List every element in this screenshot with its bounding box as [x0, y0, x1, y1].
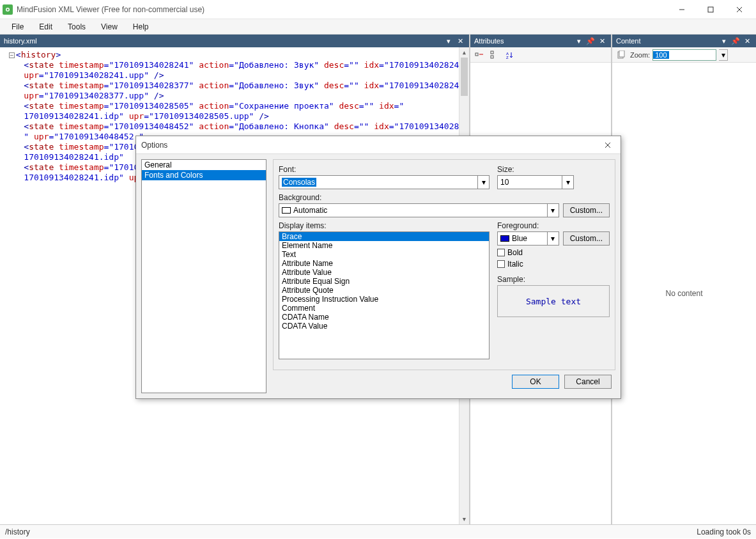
- svg-rect-6: [475, 53, 478, 56]
- sample-preview: Sample text: [497, 285, 610, 317]
- options-category-list[interactable]: General Fonts and Colors: [141, 159, 266, 393]
- copy-icon[interactable]: [615, 49, 628, 61]
- menu-edit[interactable]: Edit: [33, 20, 59, 33]
- menu-tools[interactable]: Tools: [61, 20, 92, 33]
- menu-help[interactable]: Help: [127, 20, 155, 33]
- attributes-toolbar: AZ: [470, 47, 611, 63]
- svg-rect-3: [708, 7, 713, 12]
- document-tab-header: history.xml ▾ ✕: [0, 35, 469, 47]
- display-item[interactable]: Attribute Name: [279, 259, 489, 268]
- svg-rect-8: [491, 51, 493, 54]
- maximize-button[interactable]: [696, 0, 725, 19]
- document-tab-title[interactable]: history.xml: [4, 37, 37, 45]
- dialog-title: Options: [141, 141, 600, 150]
- display-item[interactable]: Brace: [279, 232, 489, 241]
- pane-pin-icon[interactable]: 📌: [730, 36, 741, 46]
- zoom-dropdown-icon[interactable]: ▾: [719, 49, 728, 61]
- tab-dropdown-icon[interactable]: ▾: [444, 36, 454, 46]
- zoom-label: Zoom:: [630, 51, 650, 59]
- category-general[interactable]: General: [142, 160, 266, 170]
- svg-rect-13: [619, 51, 624, 57]
- content-toolbar: Zoom: 100 ▾: [612, 47, 756, 63]
- content-pane: Content ▾ 📌 ✕ Zoom: 100 ▾ No content: [612, 35, 756, 524]
- svg-point-1: [7, 8, 9, 10]
- alpha-sort-icon[interactable]: AZ: [504, 49, 516, 61]
- background-custom-button[interactable]: Custom...: [563, 203, 610, 217]
- scroll-down-icon[interactable]: ▾: [459, 514, 469, 524]
- titlebar: MindFusion XML Viewer (Free for non-comm…: [0, 0, 756, 19]
- scroll-up-icon[interactable]: ▴: [459, 47, 469, 58]
- pane-close-icon[interactable]: ✕: [742, 36, 752, 46]
- menu-view[interactable]: View: [95, 20, 124, 33]
- categorize-icon[interactable]: [473, 49, 486, 61]
- content-title: Content: [616, 37, 641, 45]
- svg-rect-9: [491, 56, 493, 58]
- no-content-label: No content: [665, 289, 702, 298]
- svg-text:Z: Z: [506, 56, 509, 59]
- attributes-title: Attributes: [474, 37, 504, 45]
- display-item[interactable]: Element Name: [279, 241, 489, 250]
- pane-dropdown-icon[interactable]: ▾: [719, 36, 729, 46]
- background-swatch: [282, 207, 291, 214]
- chevron-down-icon[interactable]: ▾: [562, 176, 573, 189]
- sort-icon[interactable]: [488, 49, 501, 61]
- size-label: Size:: [497, 165, 610, 174]
- chevron-down-icon[interactable]: ▾: [547, 204, 559, 217]
- checkbox-icon: [497, 249, 505, 256]
- dialog-titlebar[interactable]: Options: [136, 136, 621, 154]
- display-item[interactable]: Attribute Quote: [279, 286, 489, 295]
- status-loading: Loading took 0s: [697, 527, 751, 536]
- display-item[interactable]: CDATA Name: [279, 313, 489, 322]
- menubar: File Edit Tools View Help: [0, 19, 756, 35]
- display-item[interactable]: Attribute Value: [279, 268, 489, 277]
- size-combo[interactable]: 10 ▾: [497, 175, 574, 189]
- display-item[interactable]: Text: [279, 250, 489, 259]
- display-item[interactable]: Processing Instruction Value: [279, 295, 489, 304]
- pane-close-icon[interactable]: ✕: [597, 36, 607, 46]
- pane-pin-icon[interactable]: 📌: [585, 36, 596, 46]
- display-items-list[interactable]: BraceElement NameTextAttribute NameAttri…: [279, 231, 490, 359]
- window-title: MindFusion XML Viewer (Free for non-comm…: [17, 5, 667, 14]
- font-combo[interactable]: Consolas ▾: [279, 175, 490, 189]
- attributes-header: Attributes ▾ 📌 ✕: [470, 35, 611, 47]
- foreground-label: Foreground:: [497, 221, 610, 230]
- statusbar: /history Loading took 0s: [0, 524, 756, 538]
- display-item[interactable]: Attribute Equal Sign: [279, 277, 489, 286]
- italic-checkbox[interactable]: Italic: [497, 260, 610, 269]
- tab-close-icon[interactable]: ✕: [455, 36, 465, 46]
- display-items-label: Display items:: [279, 221, 490, 230]
- display-item[interactable]: Comment: [279, 304, 489, 313]
- font-label: Font:: [279, 165, 490, 174]
- options-dialog: Options General Fonts and Colors Font: C…: [135, 136, 621, 399]
- ok-button[interactable]: OK: [512, 375, 559, 389]
- foreground-swatch: [500, 235, 509, 242]
- cancel-button[interactable]: Cancel: [564, 375, 612, 389]
- menu-file[interactable]: File: [5, 20, 30, 33]
- scroll-thumb[interactable]: [461, 58, 468, 96]
- pane-dropdown-icon[interactable]: ▾: [574, 36, 584, 46]
- minimize-button[interactable]: [667, 0, 696, 19]
- foreground-combo[interactable]: Blue ▾: [497, 231, 559, 246]
- chevron-down-icon[interactable]: ▾: [547, 232, 559, 245]
- checkbox-icon: [497, 260, 505, 268]
- status-path: /history: [5, 527, 30, 536]
- foreground-custom-button[interactable]: Custom...: [563, 231, 610, 246]
- background-label: Background:: [279, 193, 610, 202]
- dialog-close-icon[interactable]: [600, 137, 615, 153]
- app-icon: [3, 4, 13, 15]
- chevron-down-icon[interactable]: ▾: [477, 176, 489, 189]
- display-item[interactable]: CDATA Value: [279, 322, 489, 331]
- zoom-input[interactable]: 100: [652, 49, 716, 61]
- background-combo[interactable]: Automatic ▾: [279, 203, 559, 217]
- sample-label: Sample:: [497, 275, 610, 284]
- close-button[interactable]: [725, 0, 753, 19]
- content-header: Content ▾ 📌 ✕: [612, 35, 756, 47]
- bold-checkbox[interactable]: Bold: [497, 248, 610, 257]
- content-body: No content: [612, 63, 756, 524]
- category-fonts-colors[interactable]: Fonts and Colors: [142, 170, 266, 180]
- collapse-toggle[interactable]: −: [9, 52, 15, 58]
